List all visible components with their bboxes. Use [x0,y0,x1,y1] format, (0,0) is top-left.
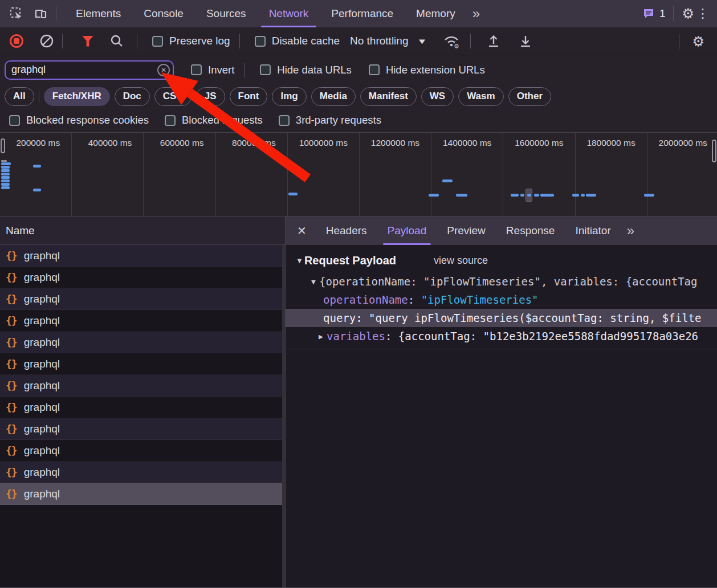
tab-network[interactable]: Network [258,0,320,27]
chip-font[interactable]: Font [230,87,268,106]
detail-tab-payload[interactable]: Payload [377,217,437,245]
waterfall-bar [511,194,519,197]
throttling-value: No throttling [350,35,408,47]
payload-query-line-selected[interactable]: query: "query ipFlowTimeseries($accountT… [286,309,717,327]
chip-doc[interactable]: Doc [115,87,150,106]
operation-key: operationName [323,293,408,306]
detail-more-tabs-icon[interactable]: » [621,223,639,239]
blocked-response-cookies-checkbox[interactable]: Blocked response cookies [9,114,149,126]
more-tabs-icon[interactable]: » [467,6,484,22]
chip-img[interactable]: Img [272,87,306,106]
tab-console[interactable]: Console [132,0,195,27]
tab-performance[interactable]: Performance [320,0,405,27]
chip-css[interactable]: CSS [154,87,192,106]
request-row[interactable]: {}graphql [0,440,285,462]
throttling-dropdown[interactable]: No throttling ▼ [350,35,426,47]
record-button[interactable] [10,34,23,48]
network-conditions-button[interactable]: ⚙ [443,33,460,49]
timeline-column: 600000 ms [144,133,215,216]
hide-extension-urls-checkbox[interactable]: Hide extension URLs [369,64,485,76]
toolbar-divider [62,34,63,48]
invert-checkbox[interactable]: Invert [191,64,234,76]
request-type-filters: All Fetch/XHR Doc CSS JS Font Img Media … [0,84,717,108]
search-button[interactable] [109,34,124,48]
hide-data-urls-checkbox[interactable]: Hide data URLs [260,64,352,76]
network-overview-timeline[interactable]: 200000 ms 400000 ms 600000 ms 800000 ms … [0,132,717,217]
clear-network-log-button[interactable] [39,34,54,48]
block-icon [39,34,54,48]
close-detail-icon[interactable]: ✕ [286,224,316,238]
funnel-icon [82,36,93,47]
chip-js[interactable]: JS [196,87,225,106]
tab-sources[interactable]: Sources [195,0,258,27]
request-row[interactable]: {}graphql [0,332,285,353]
clear-filter-icon[interactable]: ✕ [157,64,170,76]
request-row[interactable]: {}graphql [0,288,285,310]
network-settings-gear-icon[interactable]: ⚙ [692,34,704,50]
inspect-element-glyph [9,6,24,21]
view-source-link[interactable]: view source [434,255,488,267]
waterfall-bar [1,160,7,162]
section-disclosure-icon[interactable]: ▼ [296,256,303,265]
request-row[interactable]: {}graphql [0,462,285,483]
blocked-requests-label: Blocked requests [182,114,263,126]
disable-cache-label: Disable cache [272,35,340,47]
device-toolbar-icon[interactable] [33,6,48,21]
third-party-requests-checkbox[interactable]: 3rd-party requests [279,114,381,126]
timeline-column: 1200000 ms [360,133,431,216]
settings-gear-icon[interactable]: ⚙ [682,6,694,22]
tab-elements[interactable]: Elements [64,0,132,27]
timeline-scroll-handle-right[interactable] [712,140,716,162]
toolbar-divider3 [239,34,240,48]
request-row[interactable]: {}graphql [0,267,285,288]
detail-tab-initiator[interactable]: Initiator [565,217,621,245]
detail-tab-preview[interactable]: Preview [437,217,496,245]
chip-wasm[interactable]: Wasm [458,87,503,106]
chip-fetch-xhr[interactable]: Fetch/XHR [44,87,110,106]
device-toolbar-glyph [33,6,48,21]
name-column-header[interactable]: Name [0,217,285,245]
third-party-requests-label: 3rd-party requests [296,114,381,126]
payload-variables-line[interactable]: ▶ variables: {accountTag: "b12e3b2192ee5… [286,327,717,345]
payload-preview-line[interactable]: ▼ {operationName: "ipFlowTimeseries", va… [286,272,717,291]
kebab-menu-icon[interactable]: ⋮ [694,6,717,21]
detail-tab-response[interactable]: Response [496,217,565,245]
chip-ws[interactable]: WS [421,87,454,106]
request-row[interactable]: {}graphql [0,375,285,397]
preserve-log-checkbox[interactable]: Preserve log [152,35,230,47]
json-braces-icon: {} [6,293,17,305]
chip-all[interactable]: All [5,87,34,106]
waterfall-bar [1,179,10,182]
inspect-element-icon[interactable] [9,6,24,21]
import-har-button[interactable] [486,33,502,49]
timeline-scroll-handle-left[interactable] [1,138,5,153]
object-disclosure-icon[interactable]: ▼ [308,277,319,286]
payload-operation-line[interactable]: operationName: "ipFlowTimeseries" [286,291,717,309]
waterfall-bar [456,194,467,197]
chip-other[interactable]: Other [508,87,551,106]
filter-toggle-button[interactable] [82,36,93,47]
request-row[interactable]: {}graphql [0,353,285,375]
timeline-tick: 200000 ms [16,138,60,148]
chips-divider [39,89,39,103]
request-row[interactable]: {}graphql [0,418,285,440]
blocked-requests-checkbox[interactable]: Blocked requests [165,114,263,126]
export-har-button[interactable] [518,33,533,49]
request-row[interactable]: {}graphql [0,397,285,418]
detail-tab-headers[interactable]: Headers [316,217,377,245]
network-main-split: Name {}graphql {}graphql {}graphql {}gra… [0,217,717,588]
chip-media[interactable]: Media [311,87,356,106]
request-row[interactable]: {}graphql [0,245,285,267]
request-row[interactable]: {}graphql [0,310,285,332]
chip-manifest[interactable]: Manifest [360,87,417,106]
issues-button[interactable]: 1 [642,7,666,21]
json-braces-icon: {} [6,315,17,326]
variables-disclosure-icon[interactable]: ▶ [315,332,327,341]
request-row-selected[interactable]: {}graphql [0,483,285,505]
waterfall-bar [520,194,524,197]
json-braces-icon: {} [6,423,17,435]
requests-scrollbar[interactable] [282,245,285,588]
filter-input[interactable] [6,64,173,76]
disable-cache-checkbox[interactable]: Disable cache [255,35,340,47]
tab-memory[interactable]: Memory [405,0,467,27]
